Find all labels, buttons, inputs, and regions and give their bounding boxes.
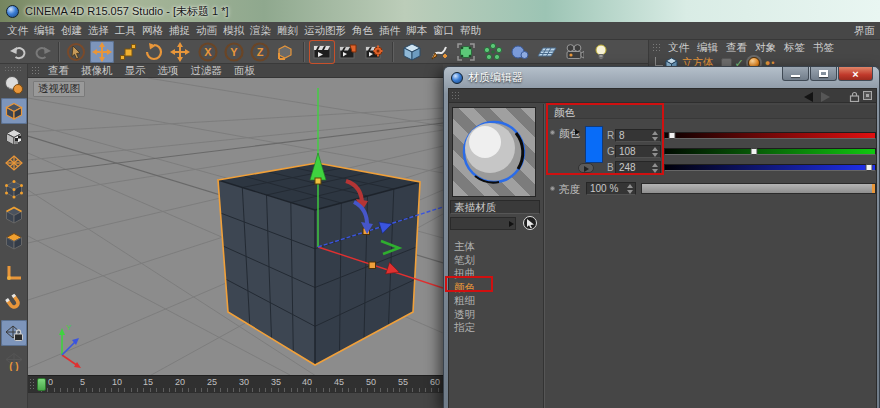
- om-menu-item[interactable]: 标签: [780, 41, 809, 55]
- minimize-button[interactable]: [782, 67, 809, 81]
- channel-item[interactable]: 笔划: [454, 254, 539, 268]
- live-selection-button[interactable]: [64, 41, 88, 63]
- g-slider[interactable]: [664, 148, 876, 155]
- menu-item[interactable]: 文件: [4, 24, 31, 38]
- material-preview[interactable]: [452, 107, 536, 197]
- render-settings-button[interactable]: [362, 41, 386, 63]
- add-spline-button[interactable]: [427, 41, 451, 63]
- vp-menu-item[interactable]: 选项: [152, 64, 185, 78]
- menu-item[interactable]: 动画: [193, 24, 220, 38]
- menu-item[interactable]: 创建: [58, 24, 85, 38]
- add-floor-button[interactable]: [535, 41, 559, 63]
- channel-item[interactable]: 主体: [454, 240, 539, 254]
- channel-item[interactable]: 指定: [454, 321, 539, 335]
- lock-workplane-button[interactable]: [1, 320, 27, 346]
- menu-item[interactable]: 模拟: [220, 24, 247, 38]
- material-name-field[interactable]: 素描材质: [450, 200, 540, 214]
- timeline-ruler[interactable]: 0 5 10 15 20 25 30 35 40 45 50 55 60: [28, 375, 443, 392]
- menu-item[interactable]: 网格: [139, 24, 166, 38]
- stepper-icon[interactable]: [626, 184, 634, 194]
- viewport-canvas[interactable]: 透视视图: [28, 78, 443, 375]
- planar-workplane-button[interactable]: ( ): [1, 348, 27, 374]
- menu-item[interactable]: 帮助: [457, 24, 484, 38]
- panel-grip-icon[interactable]: [4, 66, 22, 71]
- menu-item[interactable]: 工具: [112, 24, 139, 38]
- playhead-marker[interactable]: [37, 378, 46, 391]
- vp-menu-item[interactable]: 查看: [42, 64, 75, 78]
- menu-item[interactable]: 插件: [376, 24, 403, 38]
- lock-x-axis-button[interactable]: X: [196, 41, 220, 63]
- channel-item[interactable]: 透明: [454, 308, 539, 322]
- texture-mode-button[interactable]: [1, 124, 27, 150]
- menu-item[interactable]: 窗口: [430, 24, 457, 38]
- menu-item[interactable]: 雕刻: [274, 24, 301, 38]
- pick-material-button[interactable]: [523, 216, 537, 230]
- r-slider[interactable]: [664, 132, 876, 139]
- panel-grip-icon[interactable]: [29, 378, 34, 391]
- b-slider[interactable]: [664, 164, 876, 171]
- snap-button[interactable]: [1, 290, 27, 316]
- nav-forward-icon[interactable]: [821, 92, 830, 102]
- last-tool-button[interactable]: [168, 41, 192, 63]
- add-metaball-button[interactable]: [508, 41, 532, 63]
- vp-menu-item[interactable]: 摄像机: [75, 64, 119, 78]
- nav-back-icon[interactable]: [804, 92, 813, 102]
- menu-item[interactable]: 运动图形: [301, 24, 349, 38]
- panel-divider[interactable]: [543, 104, 545, 408]
- panel-grip-icon[interactable]: [31, 66, 40, 75]
- model-mode-button[interactable]: [1, 98, 27, 124]
- interface-menu[interactable]: 界面: [851, 24, 878, 38]
- keyframe-dot-icon[interactable]: [550, 186, 555, 191]
- menu-item[interactable]: 编辑: [31, 24, 58, 38]
- close-button[interactable]: ×: [838, 67, 873, 81]
- menu-item[interactable]: 脚本: [403, 24, 430, 38]
- window-titlebar[interactable]: CINEMA 4D R15.057 Studio - [未标题 1 *]: [0, 0, 880, 22]
- lock-icon[interactable]: [848, 90, 861, 103]
- vp-menu-item[interactable]: 过滤器: [185, 64, 229, 78]
- menu-item[interactable]: 捕捉: [166, 24, 193, 38]
- om-menu-item[interactable]: 文件: [664, 41, 693, 55]
- slider-handle[interactable]: [668, 132, 675, 139]
- polygons-mode-button[interactable]: [1, 228, 27, 254]
- maximize-button[interactable]: [810, 67, 837, 81]
- make-editable-button[interactable]: [1, 72, 27, 98]
- om-menu-item[interactable]: 对象: [751, 41, 780, 55]
- om-menu-item[interactable]: 书签: [809, 41, 838, 55]
- menu-item[interactable]: 角色: [349, 24, 376, 38]
- enable-axis-button[interactable]: [1, 260, 27, 286]
- edges-mode-button[interactable]: [1, 202, 27, 228]
- add-cube-button[interactable]: [400, 41, 424, 63]
- rotate-tool-button[interactable]: [142, 41, 166, 63]
- brightness-value-field[interactable]: 100 %: [586, 182, 636, 195]
- panel-grip-icon[interactable]: [652, 43, 661, 53]
- vp-menu-item[interactable]: 显示: [119, 64, 152, 78]
- workplane-mode-button[interactable]: [1, 150, 27, 176]
- redo-button[interactable]: [31, 41, 55, 63]
- vp-menu-item[interactable]: 面板: [228, 64, 261, 78]
- undo-button[interactable]: [6, 41, 30, 63]
- panel-grip-icon[interactable]: [451, 91, 460, 100]
- coordinate-system-button[interactable]: [274, 41, 298, 63]
- render-region-button[interactable]: [336, 41, 360, 63]
- menu-item[interactable]: 选择: [85, 24, 112, 38]
- view-label[interactable]: 透视视图: [33, 81, 85, 97]
- move-tool-button[interactable]: [90, 41, 114, 63]
- lock-y-axis-button[interactable]: Y: [222, 41, 246, 63]
- render-view-button[interactable]: [310, 41, 334, 63]
- lock-z-axis-button[interactable]: Z: [248, 41, 272, 63]
- preview-size-field[interactable]: [450, 217, 516, 230]
- add-subdivision-surface-button[interactable]: [454, 41, 478, 63]
- points-mode-button[interactable]: [1, 176, 27, 202]
- slider-handle[interactable]: [866, 164, 873, 171]
- brightness-slider[interactable]: [641, 183, 876, 194]
- menu-item[interactable]: 渲染: [247, 24, 274, 38]
- pin-panel-icon[interactable]: [863, 91, 872, 100]
- add-camera-button[interactable]: [562, 41, 586, 63]
- scale-tool-button[interactable]: [116, 41, 140, 63]
- slider-handle[interactable]: [750, 148, 757, 155]
- om-menu-item[interactable]: 查看: [722, 41, 751, 55]
- om-menu-item[interactable]: 编辑: [693, 41, 722, 55]
- timeline-track[interactable]: 0 5 10 15 20 25 30 35 40 45 50 55 60: [35, 376, 443, 393]
- add-array-button[interactable]: [481, 41, 505, 63]
- add-light-button[interactable]: [589, 41, 613, 63]
